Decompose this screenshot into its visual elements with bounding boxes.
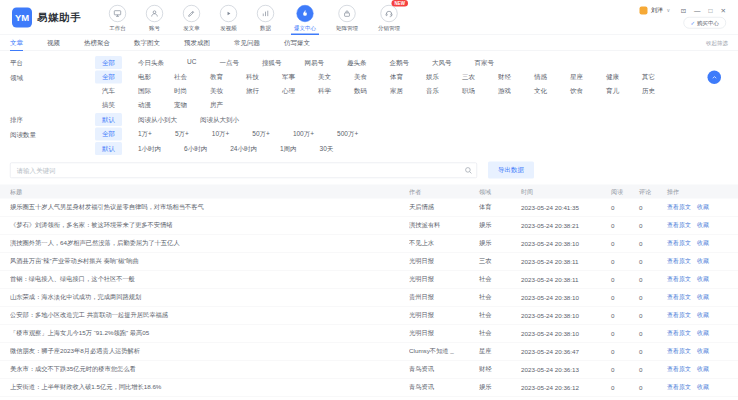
filter-chip[interactable]: 健康: [599, 71, 626, 84]
filter-chip[interactable]: 心理: [275, 85, 302, 98]
view-original-link[interactable]: 查看原文: [667, 239, 691, 248]
favorite-link[interactable]: 收藏: [697, 347, 709, 356]
filter-chip[interactable]: 历史: [635, 85, 662, 98]
filter-chip[interactable]: 大风号: [425, 56, 459, 69]
nav-item-distribution[interactable]: 分销管理NEW: [378, 0, 400, 35]
nav-item-account[interactable]: 账号: [146, 0, 163, 35]
favorite-link[interactable]: 收藏: [697, 383, 709, 392]
filter-chip[interactable]: 全部: [95, 128, 122, 141]
filter-chip[interactable]: 阅读从大到小: [193, 113, 246, 126]
filter-chip[interactable]: 搜狐号: [255, 56, 289, 69]
filter-chip[interactable]: 家居: [383, 85, 410, 98]
filter-chip[interactable]: 情感: [527, 71, 554, 84]
filter-chip[interactable]: 文化: [527, 85, 554, 98]
favorite-link[interactable]: 收藏: [697, 239, 709, 248]
filter-chip[interactable]: 数码: [347, 85, 374, 98]
tab-5[interactable]: 常见问题: [234, 35, 260, 51]
filter-chip[interactable]: 汽车: [95, 85, 122, 98]
filter-chip[interactable]: 游戏: [491, 85, 518, 98]
filter-chip[interactable]: 旅行: [239, 85, 266, 98]
filter-chip[interactable]: 时尚: [167, 85, 194, 98]
filter-chip[interactable]: 宠物: [167, 99, 194, 112]
filter-chip[interactable]: 今日头条: [131, 56, 171, 69]
view-original-link[interactable]: 查看原文: [667, 203, 691, 212]
filter-chip[interactable]: 星座: [563, 71, 590, 84]
filter-chip[interactable]: 饮食: [563, 85, 590, 98]
filter-chip[interactable]: 教育: [203, 71, 230, 84]
view-original-link[interactable]: 查看原文: [667, 275, 691, 284]
view-original-link[interactable]: 查看原文: [667, 329, 691, 338]
filter-chip[interactable]: 美妆: [203, 85, 230, 98]
tab-0[interactable]: 文章: [10, 35, 23, 51]
filter-chip[interactable]: 娱乐: [419, 71, 446, 84]
nav-item-publish-video[interactable]: 发视频: [220, 0, 237, 35]
filter-chip[interactable]: 财经: [491, 71, 518, 84]
filter-chip[interactable]: 1周内: [273, 142, 304, 155]
favorite-link[interactable]: 收藏: [697, 311, 709, 320]
chevron-down-icon[interactable]: ∨: [667, 8, 671, 14]
filter-chip[interactable]: 1万+: [131, 128, 159, 141]
filter-chip[interactable]: 1小时内: [131, 142, 168, 155]
filter-chip[interactable]: 10万+: [205, 128, 237, 141]
view-original-link[interactable]: 查看原文: [667, 257, 691, 266]
filter-chip[interactable]: 房产: [203, 99, 230, 112]
filter-chip[interactable]: 军事: [275, 71, 302, 84]
filter-chip[interactable]: 30天: [313, 142, 341, 155]
tab-1[interactable]: 视频: [47, 35, 60, 51]
filter-chip[interactable]: 动漫: [131, 99, 158, 112]
filter-chip[interactable]: 社会: [167, 71, 194, 84]
filter-chip[interactable]: 电影: [131, 71, 158, 84]
view-original-link[interactable]: 查看原文: [667, 383, 691, 392]
filter-chip[interactable]: 国际: [131, 85, 158, 98]
view-original-link[interactable]: 查看原文: [667, 221, 691, 230]
filter-chip[interactable]: 5万+: [168, 128, 196, 141]
filter-chip[interactable]: 一点号: [212, 56, 246, 69]
tab-3[interactable]: 数字图文: [134, 35, 160, 51]
view-original-link[interactable]: 查看原文: [667, 293, 691, 302]
filter-chip[interactable]: 体育: [383, 71, 410, 84]
nav-item-flame[interactable]: 爆文中心: [294, 0, 316, 35]
favorite-link[interactable]: 收藏: [697, 365, 709, 374]
collapse-categories-button[interactable]: [708, 71, 722, 85]
collapse-filters-link[interactable]: 收起筛选: [706, 39, 728, 47]
filter-chip[interactable]: 6小时内: [177, 142, 214, 155]
theme-icon[interactable]: ⊡: [681, 7, 686, 14]
filter-chip[interactable]: 科技: [239, 71, 266, 84]
filter-chip[interactable]: 搞笑: [95, 99, 122, 112]
view-original-link[interactable]: 查看原文: [667, 347, 691, 356]
filter-chip[interactable]: 24小时内: [223, 142, 264, 155]
filter-chip[interactable]: 趣头条: [340, 56, 374, 69]
filter-chip[interactable]: 美文: [311, 71, 338, 84]
nav-item-matrix[interactable]: 矩阵管理: [336, 0, 358, 35]
filter-chip[interactable]: 科学: [311, 85, 338, 98]
filter-chip[interactable]: 企鹅号: [382, 56, 416, 69]
nav-item-data[interactable]: 数据: [257, 0, 274, 35]
nav-item-workbench[interactable]: 工作台: [109, 0, 126, 35]
filter-chip[interactable]: 音乐: [419, 85, 446, 98]
search-icon[interactable]: [464, 166, 473, 177]
export-data-button[interactable]: 导出数据: [488, 162, 534, 179]
search-input[interactable]: [10, 162, 477, 178]
filter-chip[interactable]: 全部: [95, 56, 122, 69]
view-original-link[interactable]: 查看原文: [667, 365, 691, 374]
filter-chip[interactable]: 其它: [635, 71, 662, 84]
filter-chip[interactable]: UC: [180, 56, 203, 69]
filter-chip[interactable]: 500万+: [330, 128, 365, 141]
minimize-icon[interactable]: —: [694, 7, 701, 14]
nav-item-publish-article[interactable]: 发文章: [183, 0, 200, 35]
favorite-link[interactable]: 收藏: [697, 293, 709, 302]
view-original-link[interactable]: 查看原文: [667, 311, 691, 320]
maximize-icon[interactable]: □: [709, 7, 713, 14]
filter-chip[interactable]: 默认: [95, 113, 122, 126]
favorite-link[interactable]: 收藏: [697, 221, 709, 230]
filter-chip[interactable]: 默认: [95, 142, 122, 155]
filter-chip[interactable]: 美食: [347, 71, 374, 84]
tab-2[interactable]: 热榜聚合: [84, 35, 110, 51]
filter-chip[interactable]: 网易号: [297, 56, 331, 69]
tab-6[interactable]: 仿写爆文: [284, 35, 310, 51]
filter-chip[interactable]: 育儿: [599, 85, 626, 98]
filter-chip[interactable]: 职场: [455, 85, 482, 98]
filter-chip[interactable]: 50万+: [245, 128, 277, 141]
filter-chip[interactable]: 百家号: [467, 56, 501, 69]
favorite-link[interactable]: 收藏: [697, 275, 709, 284]
